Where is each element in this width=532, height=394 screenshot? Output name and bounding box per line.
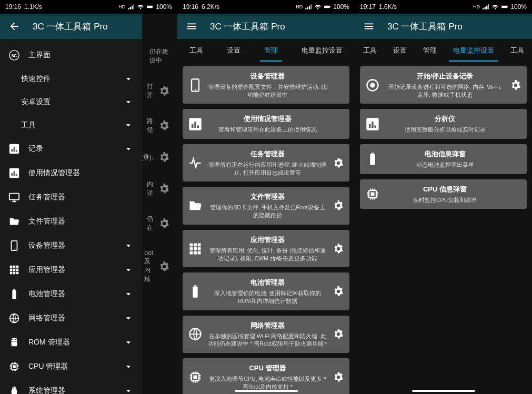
chevron-down-icon: [123, 120, 134, 130]
feature-card[interactable]: CPU 管理器更深入地调节CPU, 电池寿命或性能以及更多 * 需Root及内核…: [183, 358, 349, 394]
drawer-item[interactable]: 设备管理器: [0, 234, 142, 258]
status-battery: 100%: [333, 3, 349, 11]
feature-card[interactable]: 分析仪使用完整版分析以前或实时记录: [360, 109, 527, 139]
drawer-item-label: 电池管理器: [28, 289, 115, 299]
wifi-icon: [491, 3, 499, 11]
status-battery: 100%: [510, 3, 527, 11]
navigation-drawer: 3C 一体工具箱 Pro 主界面快速控件安卓设置工具记录使用情况管理器任务管理器…: [0, 14, 142, 394]
drawer-item-label: 文件管理器: [28, 217, 134, 226]
drawer-item[interactable]: 电池管理器: [0, 282, 142, 306]
tab-battery-monitor[interactable]: 电量监控设置: [449, 39, 498, 62]
drawer-item[interactable]: 主界面: [0, 43, 142, 67]
phone-screen-2: 19:16 6.2K/s HD 100% 3C 一体工具箱 Pro 工具 设置 …: [177, 0, 355, 394]
hd-icon: HD: [118, 4, 125, 9]
penguin-icon: [8, 385, 20, 394]
status-speed: 6.2K/s: [202, 3, 219, 11]
card-title: CPU 管理器: [208, 363, 327, 373]
status-battery: 100%: [156, 3, 172, 11]
card-title: 分析仪: [385, 114, 505, 124]
card-subtitle: 动态电池监控弹出菜单: [385, 161, 505, 169]
gear-icon[interactable]: [333, 328, 344, 340]
feature-card[interactable]: 文件管理器管理你的SD卡文件, 手机文件及已Root设备上的隐藏路径: [183, 187, 349, 224]
gear-icon[interactable]: [333, 243, 344, 255]
feature-card[interactable]: 设备管理器管理设备的硬件配置文件，并安排维护活动. 此功能仍在建设中: [183, 66, 349, 104]
status-speed: 1.6K/s: [379, 3, 397, 11]
card-subtitle: 开始记录设备进程和可选的网络, 内存, Wi-Fi, 蓝牙, 数据或手机状态: [385, 83, 505, 98]
status-time: 19:16: [183, 3, 198, 11]
drawer-item[interactable]: 任务管理器: [0, 185, 142, 209]
drawer-item-label: 快速控件: [21, 74, 115, 84]
tab-tools[interactable]: 工具: [185, 39, 207, 62]
feature-card[interactable]: 开始/停止设备记录开始记录设备进程和可选的网络, 内存, Wi-Fi, 蓝牙, …: [360, 66, 527, 104]
feature-card[interactable]: CPU 信息弹窗实时监控CPU负载和频率: [360, 179, 527, 209]
feature-card[interactable]: 使用情况管理器查看和管理应用在此设备上的使用情况: [183, 109, 349, 139]
drawer-item[interactable]: 记录: [0, 137, 142, 161]
tab-battery-monitor[interactable]: 电量监控设置: [297, 39, 347, 62]
gear-icon[interactable]: [333, 157, 344, 169]
app-title: 3C 一体工具箱 Pro: [33, 21, 108, 33]
drawer-item-label: CPU 管理器: [28, 362, 115, 371]
drawer-item[interactable]: 文件管理器: [0, 209, 142, 234]
status-time: 19:16: [5, 3, 21, 11]
card-subtitle: 查看和管理应用在此设备上的使用情况: [208, 126, 327, 134]
cpu-icon: [365, 187, 380, 201]
tab-settings[interactable]: 设置: [223, 39, 245, 62]
chart-icon: [188, 117, 203, 132]
drawer-item-label: 设备管理器: [28, 241, 115, 250]
chevron-down-icon: [123, 361, 134, 372]
feature-card[interactable]: 网络管理器在单独的区域管理 Wi-Fi 网络配置和防火墙. 此功能仍在建设中 *…: [183, 316, 349, 353]
tab-settings[interactable]: 设置: [389, 39, 411, 62]
card-title: 电池管理器: [208, 278, 327, 287]
chevron-down-icon: [123, 313, 134, 324]
drawer-item-label: 使用情况管理器: [28, 168, 134, 178]
drawer-item[interactable]: 系统管理器: [0, 379, 142, 394]
signal-icon: [305, 3, 312, 11]
chevron-down-icon: [123, 144, 134, 154]
gear-icon[interactable]: [510, 79, 521, 91]
app-bar: 3C 一体工具箱 Pro: [177, 14, 355, 39]
globe-icon: [8, 312, 20, 324]
menu-icon[interactable]: [186, 21, 197, 32]
battery-icon: [365, 151, 380, 166]
card-title: CPU 信息弹窗: [385, 185, 505, 194]
card-subtitle: 管理设备的硬件配置文件，并安排维护活动. 此功能仍在建设中: [208, 83, 327, 98]
card-subtitle: 管理所有应用: 优化, 统计, 备份 (包括短信和通话记录), 权限, CWM …: [208, 247, 327, 262]
feature-card[interactable]: 应用管理器管理所有应用: 优化, 统计, 备份 (包括短信和通话记录), 权限,…: [183, 230, 349, 267]
nav-indicator: [412, 390, 475, 392]
tab-tools[interactable]: 工具: [359, 39, 381, 62]
gear-icon[interactable]: [333, 371, 344, 383]
chevron-down-icon: [123, 240, 134, 251]
feature-card[interactable]: 任务管理器管理所有正在运行的应用和进程: 终止或强制停止, 打开应用日志或设置等: [183, 144, 349, 181]
hd-icon: HD: [473, 4, 480, 9]
chart-icon: [8, 143, 20, 155]
drawer-item-label: 系统管理器: [28, 386, 115, 394]
drawer-item[interactable]: 快速控件: [0, 67, 142, 90]
gear-icon[interactable]: [333, 200, 344, 211]
card-subtitle: 实时监控CPU负载和频率: [385, 196, 505, 204]
tab-manage[interactable]: 管理: [419, 39, 441, 62]
drawer-item[interactable]: 使用情况管理器: [0, 161, 142, 185]
card-title: 应用管理器: [208, 235, 327, 245]
drawer-item[interactable]: 应用管理器: [0, 258, 142, 282]
gear-icon[interactable]: [333, 286, 344, 297]
feature-card[interactable]: 电池管理器深入地管理你的电池, 使用标记来获取你的ROM和内详细统计数据: [183, 272, 349, 310]
app-title: 3C 一体工具箱 Pro: [210, 21, 285, 33]
chart-icon: [365, 117, 380, 132]
wifi-icon: [137, 3, 144, 11]
feature-card[interactable]: 电池信息弹窗动态电池监控弹出菜单: [360, 144, 527, 174]
drawer-item[interactable]: 工具: [0, 114, 142, 137]
battery-icon: [146, 3, 154, 11]
card-title: 任务管理器: [208, 149, 327, 159]
phone-screen-3: 19:17 1.6K/s HD 100% 3C 一体工具箱 Pro 工具 设置 …: [355, 0, 532, 394]
menu-icon[interactable]: [363, 21, 375, 32]
drawer-item[interactable]: 安卓设置: [0, 90, 142, 114]
drawer-item[interactable]: ROM 管理器: [0, 330, 142, 355]
drawer-item[interactable]: 网络管理器: [0, 306, 142, 330]
chevron-down-icon: [123, 337, 134, 348]
tab-manage[interactable]: 管理: [260, 39, 282, 62]
globe-icon: [188, 327, 203, 341]
drawer-item[interactable]: CPU 管理器: [0, 355, 142, 379]
back-icon[interactable]: [8, 21, 20, 32]
tab-tools-2[interactable]: 工具: [506, 39, 528, 62]
chevron-down-icon: [123, 74, 134, 84]
